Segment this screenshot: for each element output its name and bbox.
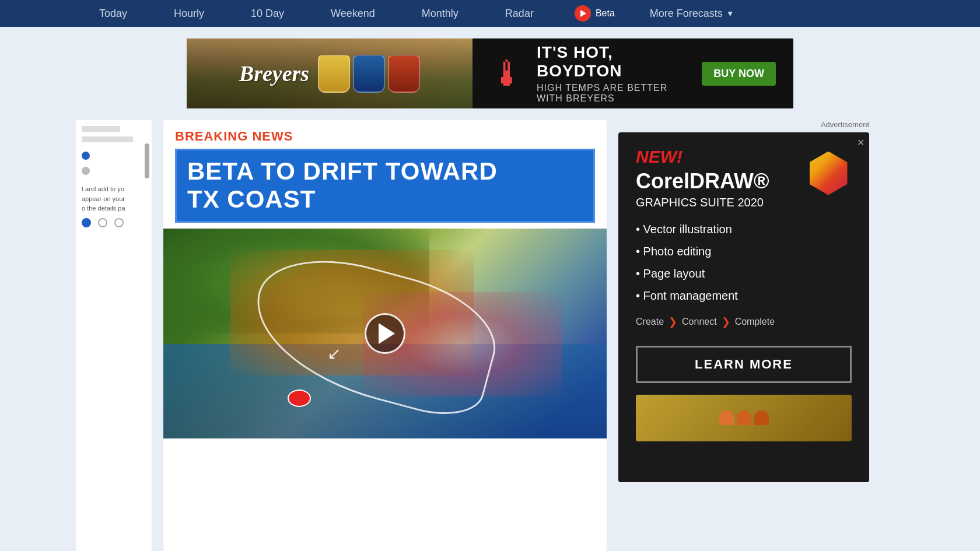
- nav-weekend[interactable]: Weekend: [307, 0, 398, 27]
- sidebar-dot-gray: [82, 167, 90, 175]
- news-title-text: BETA TO DRIFT TOWARD TX COAST: [187, 157, 583, 214]
- tagline-complete: Complete: [735, 317, 775, 327]
- play-triangle-icon: [379, 323, 395, 344]
- sidebar-tooltip-line1: t and add to yo: [82, 184, 146, 194]
- nav-monthly[interactable]: Monthly: [398, 0, 482, 27]
- navigation-bar: Today Hourly 10 Day Weekend Monthly Rada…: [0, 0, 980, 27]
- nav-more-forecasts[interactable]: More Forecasts ▼: [632, 0, 752, 27]
- nav-dot-1[interactable]: [82, 218, 91, 227]
- sidebar-line-1: [82, 126, 120, 132]
- breaking-news-card: BREAKING NEWS BETA TO DRIFT TOWARD TX CO…: [163, 120, 607, 551]
- nav-radar[interactable]: Radar: [482, 0, 557, 27]
- news-header: BREAKING NEWS BETA TO DRIFT TOWARD TX CO…: [163, 120, 607, 229]
- sidebar-line-2: [82, 136, 133, 142]
- ad-banner: Breyers 🌡 IT'S HOT, BOYDTON HIGH TEMPS A…: [187, 38, 793, 108]
- decoration-mushroom-2: [737, 410, 751, 425]
- ad-feature-3: • Page layout: [636, 265, 852, 282]
- ad-features-list: • Vector illustration • Photo editing • …: [636, 221, 852, 304]
- tagline-connect: Connect: [682, 317, 717, 327]
- chevron-down-icon: ▼: [726, 9, 734, 18]
- right-advertisement: Advertisement ✕ NEW! CorelDRAW® GRAPHICS…: [618, 120, 869, 551]
- sidebar-dot-blue: [82, 152, 90, 160]
- ice-cream-tub-3: [388, 55, 420, 93]
- tagline-arrow-2: ❯: [722, 315, 730, 328]
- news-title-line1: BETA TO DRIFT TOWARD: [187, 157, 498, 185]
- ad-learn-more-button[interactable]: LEARN MORE: [636, 346, 852, 383]
- nav-dots-row: [82, 218, 146, 227]
- ad-feature-2: • Photo editing: [636, 243, 852, 259]
- sidebar-tooltip: t and add to yo appear on your o the det…: [82, 184, 146, 213]
- thermometer-icon: 🌡: [490, 54, 525, 94]
- ice-cream-tub-1: [318, 55, 350, 93]
- breyers-logo: Breyers: [239, 61, 309, 86]
- ad-feature-1: • Vector illustration: [636, 221, 852, 237]
- nav-hourly[interactable]: Hourly: [150, 0, 228, 27]
- sidebar-tooltip-line3: o the details pa: [82, 203, 146, 213]
- ad-cta-button[interactable]: BUY NOW: [702, 62, 776, 86]
- tagline-arrow-1: ❯: [668, 315, 677, 328]
- main-grid: t and add to yo appear on your o the det…: [76, 120, 904, 551]
- ad-banner-right: 🌡 IT'S HOT, BOYDTON HIGH TEMPS ARE BETTE…: [473, 38, 793, 108]
- left-sidebar: t and add to yo appear on your o the det…: [76, 120, 152, 551]
- sidebar-tooltip-line2: appear on your: [82, 194, 146, 204]
- tagline-create: Create: [636, 317, 664, 327]
- beta-play-icon: [575, 5, 591, 22]
- nav-dot-3[interactable]: [114, 218, 124, 227]
- ad-bottom-decoration: [636, 395, 852, 441]
- decoration-mushroom-1: [719, 410, 734, 425]
- nav-10day[interactable]: 10 Day: [228, 0, 307, 27]
- news-video-player[interactable]: ↙: [163, 229, 607, 438]
- hurricane-eye: [288, 389, 311, 407]
- ice-cream-containers: [318, 55, 420, 93]
- ad-banner-left: Breyers: [187, 38, 473, 108]
- news-title-line2: TX COAST: [187, 185, 316, 213]
- nav-more-label: More Forecasts: [650, 8, 723, 20]
- corel-logo-icon: [805, 147, 852, 199]
- ad-close-button[interactable]: ✕: [857, 137, 864, 148]
- ad-text-block: IT'S HOT, BOYDTON HIGH TEMPS ARE BETTER …: [537, 43, 690, 104]
- ad-headline: IT'S HOT, BOYDTON: [537, 43, 690, 80]
- ad-feature-4: • Font management: [636, 287, 852, 304]
- nav-today[interactable]: Today: [76, 0, 150, 27]
- ad-tagline: Create ❯ Connect ❯ Complete: [636, 315, 852, 328]
- ice-cream-tub-2: [353, 55, 385, 93]
- news-title-box: BETA TO DRIFT TOWARD TX COAST: [175, 149, 595, 223]
- coreldraw-ad-card: ✕ NEW! CorelDRAW® GRAPHICS SUITE 2020 • …: [618, 132, 869, 482]
- ad-label: Advertisement: [618, 120, 869, 129]
- nav-dot-2[interactable]: [98, 218, 107, 227]
- video-play-button[interactable]: [365, 313, 405, 354]
- corel-balloon-shape: [810, 152, 848, 195]
- nav-beta-label: Beta: [596, 8, 615, 19]
- breaking-news-label: BREAKING NEWS: [175, 129, 595, 144]
- ad-subtext: HIGH TEMPS ARE BETTER WITH BREYERS: [537, 83, 690, 104]
- sidebar-scrollbar[interactable]: [145, 143, 149, 178]
- decoration-mushroom-3: [754, 410, 769, 425]
- nav-beta[interactable]: Beta: [557, 0, 632, 27]
- content-area: Breyers 🌡 IT'S HOT, BOYDTON HIGH TEMPS A…: [0, 27, 980, 551]
